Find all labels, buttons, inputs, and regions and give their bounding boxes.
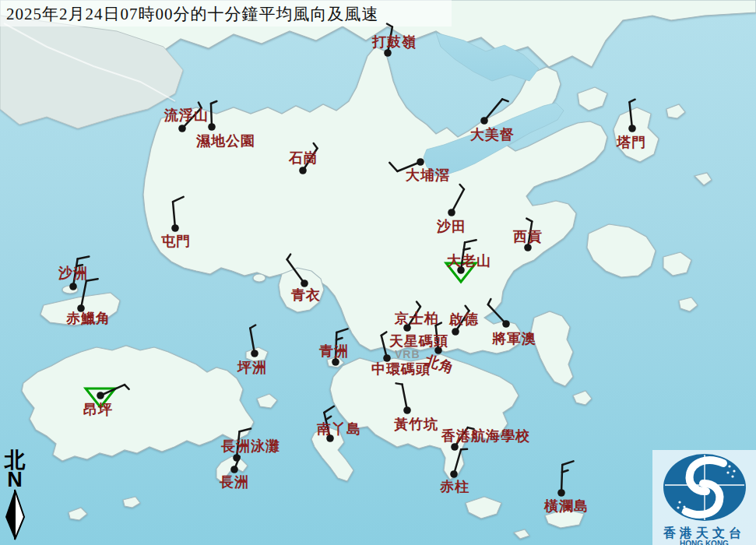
hko-logo-name-en: HONG KONG OBSERVATORY bbox=[652, 540, 756, 545]
hko-logo-name-zh: 香港天文台 bbox=[652, 526, 756, 540]
land-ma-wan bbox=[253, 274, 265, 282]
map-title: 2025年2月24日07時00分的十分鐘平均風向及風速 bbox=[6, 3, 379, 25]
station-dot bbox=[251, 350, 258, 357]
station-label: 香港航海學校 bbox=[441, 428, 530, 444]
station-dot bbox=[208, 123, 216, 131]
station-label: 長洲 bbox=[219, 474, 249, 490]
wind-barb-tick bbox=[396, 383, 403, 384]
vrb-variable-wind-label: VRB bbox=[395, 348, 420, 360]
station-dot bbox=[480, 117, 488, 125]
station-label: 南丫島 bbox=[316, 421, 361, 437]
station-label: 長洲泳灘 bbox=[220, 438, 280, 454]
station-dot bbox=[301, 280, 308, 287]
station-dot bbox=[417, 158, 424, 166]
station-label: 塔門 bbox=[616, 135, 646, 150]
station-dot bbox=[384, 49, 392, 57]
hong-kong-wind-map: 打鼓嶺流浮山濕地公園石崗大埔滘大美督塔門屯門沙田西貢大老山沙洲赤鱲角青衣京士柏啟… bbox=[0, 0, 756, 545]
station-dot bbox=[299, 167, 307, 174]
station-label: 中環碼頭 bbox=[371, 361, 431, 377]
station-dot bbox=[69, 283, 77, 290]
station-label: 沙洲 bbox=[58, 265, 88, 281]
station-dot bbox=[557, 489, 565, 497]
compass-north-letter: N bbox=[2, 470, 28, 489]
north-arrow-icon bbox=[2, 489, 27, 540]
station-label: 赤柱 bbox=[439, 479, 469, 494]
station-dot bbox=[628, 125, 636, 132]
wind-barb-shaft bbox=[561, 465, 562, 493]
station-dot bbox=[452, 328, 459, 336]
station-dot bbox=[502, 320, 510, 328]
station-dot bbox=[451, 443, 459, 451]
station-dot bbox=[230, 466, 238, 473]
station-label: 昂坪 bbox=[83, 402, 113, 417]
station-label: 啟德 bbox=[448, 311, 479, 327]
station-label: 橫瀾島 bbox=[543, 498, 589, 514]
station-label: 赤鱲角 bbox=[65, 311, 111, 326]
station-label: 坪洲 bbox=[237, 360, 267, 375]
station-label: 將軍澳 bbox=[491, 331, 536, 346]
station-label: 石崗 bbox=[288, 150, 318, 166]
station-dot bbox=[448, 209, 455, 216]
station-dot bbox=[97, 392, 104, 399]
station-label: 流浮山 bbox=[164, 107, 209, 123]
station-label: 西貢 bbox=[512, 229, 543, 244]
north-compass: 北 N bbox=[2, 450, 28, 543]
station-label: 沙田 bbox=[436, 219, 466, 234]
station-label: 天星碼頭 bbox=[389, 333, 448, 349]
station-dot bbox=[178, 125, 186, 132]
hko-emblem-icon bbox=[661, 452, 748, 522]
station-dot bbox=[171, 224, 179, 232]
station-dot bbox=[332, 358, 339, 366]
station-label: 青衣 bbox=[290, 287, 321, 303]
wind-map-screen: 打鼓嶺流浮山濕地公園石崗大埔滘大美督塔門屯門沙田西貢大老山沙洲赤鱲角青衣京士柏啟… bbox=[0, 0, 756, 545]
station-label: 濕地公園 bbox=[195, 133, 255, 149]
station-dot bbox=[524, 244, 532, 251]
station-dot bbox=[450, 470, 458, 478]
station-label: 青洲 bbox=[318, 343, 349, 359]
station-label: 屯門 bbox=[161, 234, 191, 249]
hko-logo: 香港天文台 HONG KONG OBSERVATORY bbox=[652, 450, 756, 545]
station-label: 大老山 bbox=[446, 253, 491, 269]
station-dot bbox=[403, 406, 411, 414]
station-label: 黃竹坑 bbox=[394, 417, 438, 432]
station-label: 大埔滘 bbox=[405, 167, 450, 183]
station-label: 大美督 bbox=[469, 126, 515, 142]
station-label: 打鼓嶺 bbox=[371, 34, 417, 50]
wind-barb-tick bbox=[464, 248, 470, 250]
station-label: 京士柏 bbox=[394, 311, 439, 326]
wind-barb-tick bbox=[461, 449, 467, 450]
